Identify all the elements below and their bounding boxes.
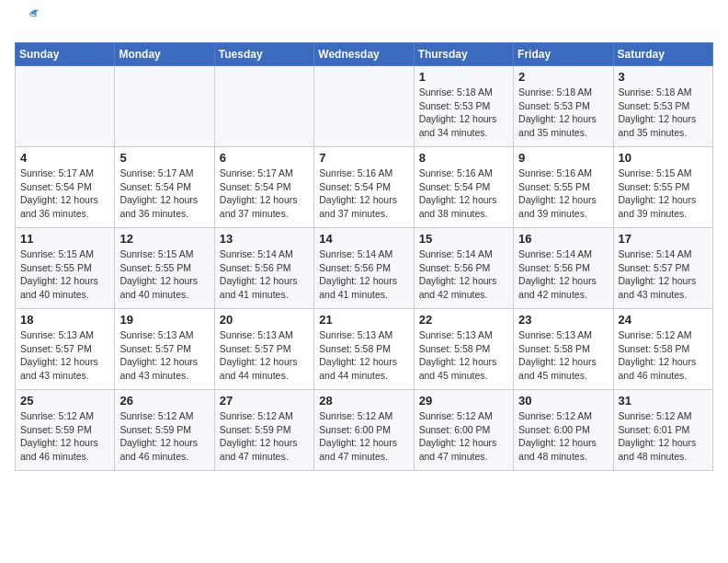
- calendar-cell: 15Sunrise: 5:14 AM Sunset: 5:56 PM Dayli…: [414, 228, 513, 309]
- calendar-cell: [16, 66, 115, 147]
- calendar-cell: 1Sunrise: 5:18 AM Sunset: 5:53 PM Daylig…: [414, 66, 513, 147]
- day-number: 19: [119, 313, 209, 327]
- calendar-cell: 23Sunrise: 5:13 AM Sunset: 5:58 PM Dayli…: [514, 309, 613, 390]
- calendar-cell: 11Sunrise: 5:15 AM Sunset: 5:55 PM Dayli…: [16, 228, 115, 309]
- calendar-cell: 9Sunrise: 5:16 AM Sunset: 5:55 PM Daylig…: [514, 147, 613, 228]
- day-info: Sunrise: 5:15 AM Sunset: 5:55 PM Dayligh…: [119, 247, 209, 302]
- calendar-cell: 27Sunrise: 5:12 AM Sunset: 5:59 PM Dayli…: [214, 390, 313, 471]
- calendar-cell: [314, 66, 414, 147]
- day-info: Sunrise: 5:12 AM Sunset: 5:59 PM Dayligh…: [119, 409, 209, 464]
- day-number: 27: [220, 394, 309, 408]
- day-info: Sunrise: 5:13 AM Sunset: 5:57 PM Dayligh…: [220, 328, 309, 383]
- day-number: 12: [119, 232, 209, 246]
- day-info: Sunrise: 5:12 AM Sunset: 6:00 PM Dayligh…: [419, 409, 508, 464]
- day-number: 25: [20, 394, 109, 408]
- calendar-cell: 28Sunrise: 5:12 AM Sunset: 6:00 PM Dayli…: [314, 390, 414, 471]
- day-info: Sunrise: 5:17 AM Sunset: 5:54 PM Dayligh…: [220, 167, 309, 221]
- calendar-cell: 18Sunrise: 5:13 AM Sunset: 5:57 PM Dayli…: [16, 309, 115, 390]
- calendar-cell: 25Sunrise: 5:12 AM Sunset: 5:59 PM Dayli…: [16, 390, 115, 471]
- day-number: 8: [419, 151, 508, 165]
- day-number: 13: [220, 232, 309, 246]
- calendar-week-row: 25Sunrise: 5:12 AM Sunset: 5:59 PM Dayli…: [16, 390, 713, 471]
- day-number: 9: [518, 151, 608, 165]
- day-info: Sunrise: 5:16 AM Sunset: 5:54 PM Dayligh…: [419, 167, 508, 221]
- day-number: 20: [220, 313, 309, 327]
- day-info: Sunrise: 5:14 AM Sunset: 5:56 PM Dayligh…: [220, 247, 309, 302]
- day-number: 3: [619, 70, 708, 84]
- calendar-cell: 31Sunrise: 5:12 AM Sunset: 6:01 PM Dayli…: [613, 390, 712, 471]
- day-number: 6: [220, 151, 309, 165]
- day-info: Sunrise: 5:13 AM Sunset: 5:58 PM Dayligh…: [518, 328, 608, 383]
- weekday-header-saturday: Saturday: [613, 43, 712, 66]
- day-info: Sunrise: 5:13 AM Sunset: 5:57 PM Dayligh…: [20, 328, 109, 383]
- calendar-cell: [214, 66, 313, 147]
- day-info: Sunrise: 5:16 AM Sunset: 5:55 PM Dayligh…: [518, 167, 608, 221]
- calendar-cell: 7Sunrise: 5:16 AM Sunset: 5:54 PM Daylig…: [314, 147, 414, 228]
- day-info: Sunrise: 5:18 AM Sunset: 5:53 PM Dayligh…: [619, 86, 708, 140]
- day-info: Sunrise: 5:12 AM Sunset: 5:59 PM Dayligh…: [20, 409, 109, 464]
- day-info: Sunrise: 5:16 AM Sunset: 5:54 PM Dayligh…: [319, 167, 408, 221]
- day-number: 15: [419, 232, 508, 246]
- calendar-week-row: 18Sunrise: 5:13 AM Sunset: 5:57 PM Dayli…: [16, 309, 713, 390]
- calendar-cell: 21Sunrise: 5:13 AM Sunset: 5:58 PM Dayli…: [314, 309, 414, 390]
- calendar-cell: 19Sunrise: 5:13 AM Sunset: 5:57 PM Dayli…: [115, 309, 214, 390]
- day-info: Sunrise: 5:12 AM Sunset: 6:00 PM Dayligh…: [518, 409, 608, 464]
- calendar-cell: 3Sunrise: 5:18 AM Sunset: 5:53 PM Daylig…: [613, 66, 712, 147]
- calendar-cell: 24Sunrise: 5:12 AM Sunset: 5:58 PM Dayli…: [613, 309, 712, 390]
- day-number: 2: [518, 70, 608, 84]
- day-number: 28: [319, 394, 408, 408]
- calendar-cell: 13Sunrise: 5:14 AM Sunset: 5:56 PM Dayli…: [214, 228, 313, 309]
- day-number: 31: [619, 394, 708, 408]
- day-info: Sunrise: 5:12 AM Sunset: 5:59 PM Dayligh…: [220, 409, 309, 464]
- day-info: Sunrise: 5:14 AM Sunset: 5:57 PM Dayligh…: [619, 247, 708, 302]
- day-info: Sunrise: 5:15 AM Sunset: 5:55 PM Dayligh…: [619, 167, 708, 221]
- day-info: Sunrise: 5:13 AM Sunset: 5:57 PM Dayligh…: [119, 328, 209, 383]
- day-number: 1: [419, 70, 508, 84]
- day-number: 5: [119, 151, 209, 165]
- day-number: 30: [518, 394, 608, 408]
- day-number: 18: [20, 313, 109, 327]
- day-number: 16: [518, 232, 608, 246]
- day-info: Sunrise: 5:18 AM Sunset: 5:53 PM Dayligh…: [518, 86, 608, 140]
- calendar-cell: 5Sunrise: 5:17 AM Sunset: 5:54 PM Daylig…: [115, 147, 214, 228]
- calendar-cell: 12Sunrise: 5:15 AM Sunset: 5:55 PM Dayli…: [115, 228, 214, 309]
- calendar-cell: 26Sunrise: 5:12 AM Sunset: 5:59 PM Dayli…: [115, 390, 214, 471]
- day-number: 23: [518, 313, 608, 327]
- day-number: 29: [419, 394, 508, 408]
- calendar-cell: 16Sunrise: 5:14 AM Sunset: 5:56 PM Dayli…: [514, 228, 613, 309]
- day-number: 11: [20, 232, 109, 246]
- day-info: Sunrise: 5:12 AM Sunset: 6:00 PM Dayligh…: [319, 409, 408, 464]
- calendar-cell: 4Sunrise: 5:17 AM Sunset: 5:54 PM Daylig…: [16, 147, 115, 228]
- calendar-table: SundayMondayTuesdayWednesdayThursdayFrid…: [15, 42, 713, 471]
- day-info: Sunrise: 5:17 AM Sunset: 5:54 PM Dayligh…: [119, 167, 209, 221]
- calendar-week-row: 11Sunrise: 5:15 AM Sunset: 5:55 PM Dayli…: [16, 228, 713, 309]
- calendar-cell: 6Sunrise: 5:17 AM Sunset: 5:54 PM Daylig…: [214, 147, 313, 228]
- weekday-header-sunday: Sunday: [16, 43, 115, 66]
- day-number: 14: [319, 232, 408, 246]
- day-number: 26: [119, 394, 209, 408]
- day-number: 7: [319, 151, 408, 165]
- calendar-week-row: 1Sunrise: 5:18 AM Sunset: 5:53 PM Daylig…: [16, 66, 713, 147]
- calendar-cell: 8Sunrise: 5:16 AM Sunset: 5:54 PM Daylig…: [414, 147, 513, 228]
- day-info: Sunrise: 5:17 AM Sunset: 5:54 PM Dayligh…: [20, 167, 109, 221]
- day-info: Sunrise: 5:12 AM Sunset: 6:01 PM Dayligh…: [619, 409, 708, 464]
- day-number: 24: [619, 313, 708, 327]
- weekday-header-wednesday: Wednesday: [314, 43, 414, 66]
- calendar-cell: 14Sunrise: 5:14 AM Sunset: 5:56 PM Dayli…: [314, 228, 414, 309]
- day-number: 17: [619, 232, 708, 246]
- weekday-header-tuesday: Tuesday: [214, 43, 313, 66]
- calendar-header-row: SundayMondayTuesdayWednesdayThursdayFrid…: [16, 43, 713, 66]
- calendar-cell: 2Sunrise: 5:18 AM Sunset: 5:53 PM Daylig…: [514, 66, 613, 147]
- day-info: Sunrise: 5:14 AM Sunset: 5:56 PM Dayligh…: [419, 247, 508, 302]
- weekday-header-thursday: Thursday: [414, 43, 513, 66]
- calendar-cell: 29Sunrise: 5:12 AM Sunset: 6:00 PM Dayli…: [414, 390, 513, 471]
- logo-bird-icon: [17, 6, 42, 27]
- day-info: Sunrise: 5:18 AM Sunset: 5:53 PM Dayligh…: [419, 86, 508, 140]
- calendar-cell: [115, 66, 214, 147]
- calendar-cell: 30Sunrise: 5:12 AM Sunset: 6:00 PM Dayli…: [514, 390, 613, 471]
- day-number: 22: [419, 313, 508, 327]
- weekday-header-monday: Monday: [115, 43, 214, 66]
- calendar-cell: 20Sunrise: 5:13 AM Sunset: 5:57 PM Dayli…: [214, 309, 313, 390]
- day-info: Sunrise: 5:14 AM Sunset: 5:56 PM Dayligh…: [518, 247, 608, 302]
- day-number: 4: [20, 151, 109, 165]
